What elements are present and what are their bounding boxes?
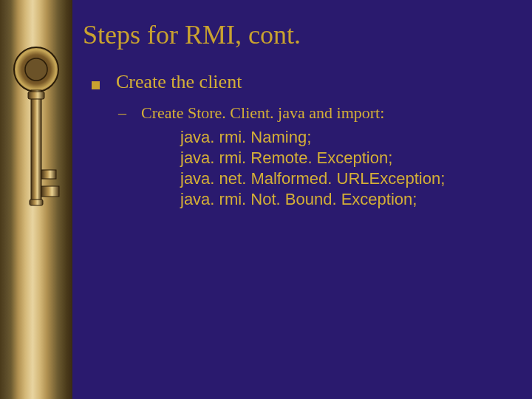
- sidebar-texture: [0, 0, 72, 399]
- bullet-level2: – Create Store. Client. java and import:: [118, 103, 517, 123]
- import-line: java. net. Malformed. URLException;: [180, 168, 517, 189]
- bullet-level1: Create the client: [92, 71, 517, 93]
- import-line: java. rmi. Naming;: [180, 127, 517, 148]
- slide-title: Steps for RMI, cont.: [83, 21, 517, 50]
- svg-rect-5: [41, 186, 59, 197]
- key-icon: [12, 44, 61, 222]
- import-list: java. rmi. Naming; java. rmi. Remote. Ex…: [180, 127, 517, 211]
- square-bullet-icon: [92, 81, 100, 89]
- slide-content: Steps for RMI, cont. Create the client –…: [72, 0, 532, 399]
- level1-text: Create the client: [116, 71, 242, 93]
- level2-text: Create Store. Client. java and import:: [141, 103, 384, 123]
- dash-bullet-icon: –: [118, 103, 126, 123]
- svg-rect-3: [28, 92, 44, 99]
- import-line: java. rmi. Not. Bound. Exception;: [180, 189, 517, 210]
- svg-rect-2: [31, 90, 41, 201]
- import-line: java. rmi. Remote. Exception;: [180, 148, 517, 168]
- svg-point-1: [25, 58, 47, 81]
- svg-rect-4: [41, 170, 56, 179]
- svg-rect-6: [30, 200, 43, 205]
